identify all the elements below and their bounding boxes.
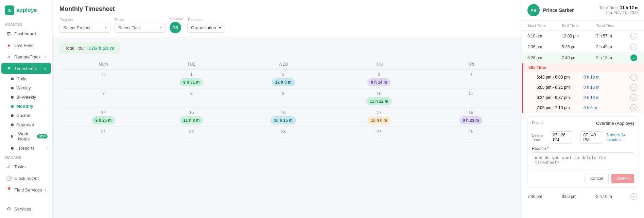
delete-button[interactable]: Delete [611, 174, 634, 183]
time-chip[interactable]: 11 h 12 m [366, 97, 392, 105]
sidebar-sub-approval[interactable]: Approval [0, 120, 52, 129]
sidebar-sub-work-notes[interactable]: Work Notes NEW [0, 129, 52, 144]
sidebar-item-services[interactable]: ⚙ Services [1, 203, 51, 214]
empty-dash: - [191, 135, 192, 140]
sidebar-item-field-services[interactable]: 📍 Field Services › [1, 184, 51, 195]
sidebar-item-tasks[interactable]: ✓ Tasks [1, 161, 51, 172]
logo-icon: a [5, 5, 14, 15]
empty-dash: - [470, 97, 471, 102]
live-feed-icon: ● [6, 43, 12, 48]
idle-action-btn[interactable]: ○ [630, 84, 637, 91]
sidebar-sub-reports[interactable]: Reports › [0, 144, 52, 153]
calendar-cell: 22- [147, 127, 236, 143]
sidebar-sub-bi-weekly[interactable]: Bi-Weekly [0, 93, 52, 102]
reason-textarea[interactable] [532, 152, 634, 170]
idle-section: Idle Time 5:43 pm - 6:03 pm 0 h 19 m ○ 6… [522, 63, 644, 113]
date-number: 15 [149, 110, 234, 115]
projects-value: Select Project [63, 25, 90, 30]
services-icon: ⚙ [6, 206, 12, 212]
idle-action-btn[interactable]: ○ [630, 94, 637, 101]
calendar-cell: 1610 h 15 m [236, 108, 331, 127]
sidebar-sub-weekly[interactable]: Weekly [0, 83, 52, 93]
sidebar-sub-daily[interactable]: Daily [0, 74, 52, 83]
time-chip[interactable]: 11 h 8 m [180, 116, 203, 124]
sidebar-item-live-feed[interactable]: ● Live Feed [1, 40, 51, 51]
app-logo: a apploye [0, 3, 52, 20]
time-chip[interactable]: 10 h 0 m [367, 116, 390, 124]
sidebar-item-timesheets[interactable]: ≡ Timesheets ∨ [1, 63, 51, 74]
dot-icon [11, 114, 14, 117]
date-number: 7 [61, 91, 146, 96]
time-chip[interactable]: 0 h 23 m [459, 116, 483, 124]
idle-header: Idle Time [523, 63, 644, 72]
entry-action-btn[interactable]: ○ [630, 33, 637, 39]
date-number: 10 [332, 91, 425, 96]
time-chip[interactable]: 10 h 15 m [271, 116, 296, 124]
calendar-cell: 1710 h 0 m [331, 108, 427, 127]
start-time-input[interactable]: 05 : 26 PM [550, 131, 572, 144]
sidebar-item-label: Timesheets [14, 66, 37, 71]
projects-label: Projects [59, 18, 110, 22]
idle-entry-1: 5:43 pm - 6:03 pm 0 h 19 m ○ [523, 72, 644, 82]
idle-action-btn[interactable]: ○ [630, 104, 637, 111]
time-chip[interactable]: 9 h 31 m [180, 78, 203, 86]
calendar-cell: 149 h 26 m [59, 108, 147, 127]
end-time-input[interactable]: 07 : 40 PM [580, 131, 603, 144]
panel-total-info: Total Time: 11 h 12 m Thu, Nov 10, 2022 [599, 5, 639, 15]
reason-label: Reason * [532, 146, 634, 151]
sidebar-sub-monthly[interactable]: Monthly [0, 102, 52, 111]
dot-icon [11, 123, 14, 126]
time-entry-1: 8:10 am 12:08 pm 3 h 57 m ○ [522, 31, 644, 41]
timezone-select[interactable]: Organization ▾ [187, 23, 225, 33]
end-time: 7:40 pm [562, 55, 596, 60]
date-number: 4 [428, 72, 514, 77]
member-filter: Member PS [170, 17, 183, 33]
date-number: 8 [149, 91, 234, 96]
end-time: 5:26 pm [562, 45, 596, 49]
sidebar-item-remote-track[interactable]: ↗ RemoteTrack › [1, 51, 51, 62]
sidebar-sub-custom[interactable]: Custom [0, 111, 52, 120]
dot-icon [11, 147, 14, 150]
idle-action-btn[interactable]: ○ [630, 74, 637, 81]
projects-select[interactable]: Select Project ▾ [59, 23, 110, 33]
start-time: 2:36 pm [527, 45, 562, 49]
time-chip[interactable]: 8 h 14 m [367, 78, 390, 86]
dot-icon [11, 105, 14, 108]
page-title: Monthly Timesheet [59, 5, 515, 13]
cancel-button[interactable]: Cancel [585, 174, 609, 183]
time-chip[interactable]: 9 h 26 m [92, 116, 115, 124]
day-header-wed: WED [236, 59, 331, 70]
panel-header: PS Prince Sarker Total Time: 11 h 12 m T… [522, 0, 644, 21]
dot-icon [11, 87, 14, 89]
sub-label: Reports [19, 146, 35, 151]
member-label: Member [170, 17, 183, 21]
member-avatar[interactable]: PS [170, 22, 181, 33]
sidebar-item-dashboard[interactable]: ⊞ Dashboard [1, 28, 51, 39]
empty-dash: - [103, 78, 104, 83]
tasks-select[interactable]: Select Task ▾ [115, 23, 166, 33]
main-content: Monthly Timesheet Projects Select Projec… [53, 0, 522, 218]
idle-entry-4: 7:05 pm - 7:10 pm 0 h 5 m ○ [523, 103, 644, 113]
project-value: Overtime (Apploye) [596, 121, 634, 126]
date-number: 11 [428, 91, 514, 96]
entry-action-btn[interactable]: ○ [630, 44, 637, 50]
panel-total-time: Total Time: 11 h 12 m [599, 5, 639, 10]
sidebar-item-clock-in-out[interactable]: 🕐 Clock In/Out [1, 173, 51, 184]
analyze-section: Analyze [0, 20, 52, 28]
chevron-down-icon: ∨ [44, 67, 46, 70]
calendar-cell: 4- [427, 70, 515, 89]
sub-label: Weekly [16, 85, 31, 90]
entry-action-btn[interactable]: ✓ [630, 54, 637, 61]
chevron-down-icon: ▾ [105, 26, 107, 30]
day-header-tue: TUE [147, 59, 236, 70]
entry-action-btn[interactable]: ○ [630, 193, 637, 200]
tasks-value: Select Task [118, 25, 141, 30]
idle-total: 0 h 19 m [584, 75, 630, 80]
calendar-cell: 21- [59, 127, 147, 143]
chevron-right-icon: › [45, 188, 46, 192]
start-time: 5:26 pm [527, 55, 562, 60]
panel-user: PS Prince Sarker [527, 4, 574, 16]
time-chip[interactable]: 12 h 0 m [272, 78, 295, 86]
date-number: 14 [61, 110, 146, 115]
dashboard-icon: ⊞ [6, 31, 12, 36]
